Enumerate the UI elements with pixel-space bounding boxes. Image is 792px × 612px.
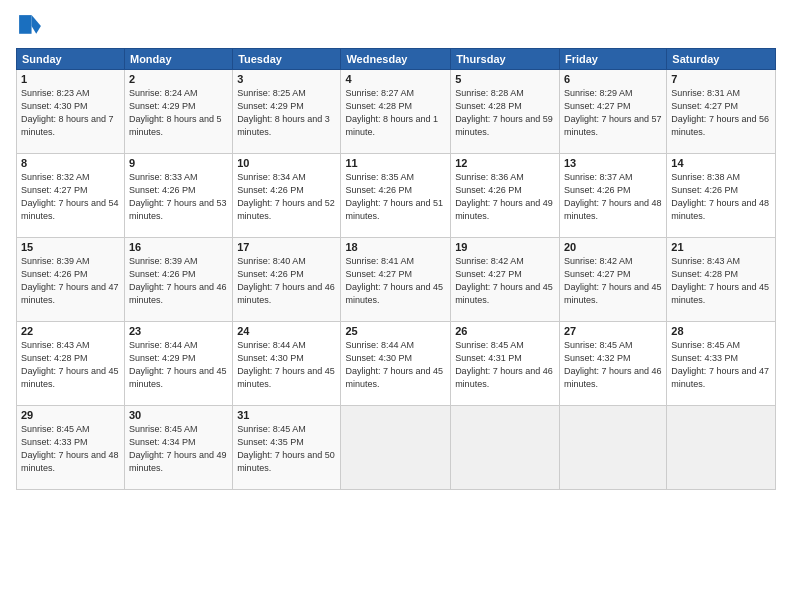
- calendar-cell: [667, 406, 776, 490]
- day-detail: Sunrise: 8:42 AMSunset: 4:27 PMDaylight:…: [455, 255, 555, 307]
- day-detail: Sunrise: 8:27 AMSunset: 4:28 PMDaylight:…: [345, 87, 446, 139]
- calendar-week-row: 29Sunrise: 8:45 AMSunset: 4:33 PMDayligh…: [17, 406, 776, 490]
- day-number: 28: [671, 325, 771, 337]
- calendar-cell: 16Sunrise: 8:39 AMSunset: 4:26 PMDayligh…: [124, 238, 232, 322]
- calendar-cell: 18Sunrise: 8:41 AMSunset: 4:27 PMDayligh…: [341, 238, 451, 322]
- calendar-cell: 30Sunrise: 8:45 AMSunset: 4:34 PMDayligh…: [124, 406, 232, 490]
- day-number: 14: [671, 157, 771, 169]
- calendar-header-saturday: Saturday: [667, 49, 776, 70]
- calendar-cell: 21Sunrise: 8:43 AMSunset: 4:28 PMDayligh…: [667, 238, 776, 322]
- day-number: 8: [21, 157, 120, 169]
- day-number: 17: [237, 241, 336, 253]
- day-detail: Sunrise: 8:45 AMSunset: 4:31 PMDaylight:…: [455, 339, 555, 391]
- calendar-cell: 4Sunrise: 8:27 AMSunset: 4:28 PMDaylight…: [341, 70, 451, 154]
- day-detail: Sunrise: 8:39 AMSunset: 4:26 PMDaylight:…: [129, 255, 228, 307]
- calendar-cell: 31Sunrise: 8:45 AMSunset: 4:35 PMDayligh…: [233, 406, 341, 490]
- calendar-cell: 6Sunrise: 8:29 AMSunset: 4:27 PMDaylight…: [559, 70, 666, 154]
- calendar-week-row: 8Sunrise: 8:32 AMSunset: 4:27 PMDaylight…: [17, 154, 776, 238]
- header: [16, 12, 776, 40]
- day-detail: Sunrise: 8:45 AMSunset: 4:32 PMDaylight:…: [564, 339, 662, 391]
- day-detail: Sunrise: 8:45 AMSunset: 4:33 PMDaylight:…: [671, 339, 771, 391]
- day-detail: Sunrise: 8:39 AMSunset: 4:26 PMDaylight:…: [21, 255, 120, 307]
- day-detail: Sunrise: 8:45 AMSunset: 4:33 PMDaylight:…: [21, 423, 120, 475]
- calendar-cell: 15Sunrise: 8:39 AMSunset: 4:26 PMDayligh…: [17, 238, 125, 322]
- day-detail: Sunrise: 8:23 AMSunset: 4:30 PMDaylight:…: [21, 87, 120, 139]
- day-detail: Sunrise: 8:44 AMSunset: 4:30 PMDaylight:…: [345, 339, 446, 391]
- page: SundayMondayTuesdayWednesdayThursdayFrid…: [0, 0, 792, 612]
- calendar-week-row: 1Sunrise: 8:23 AMSunset: 4:30 PMDaylight…: [17, 70, 776, 154]
- calendar-header-tuesday: Tuesday: [233, 49, 341, 70]
- calendar-cell: 8Sunrise: 8:32 AMSunset: 4:27 PMDaylight…: [17, 154, 125, 238]
- day-number: 23: [129, 325, 228, 337]
- calendar-cell: 13Sunrise: 8:37 AMSunset: 4:26 PMDayligh…: [559, 154, 666, 238]
- day-number: 16: [129, 241, 228, 253]
- day-number: 20: [564, 241, 662, 253]
- day-number: 27: [564, 325, 662, 337]
- calendar-cell: 29Sunrise: 8:45 AMSunset: 4:33 PMDayligh…: [17, 406, 125, 490]
- day-number: 26: [455, 325, 555, 337]
- day-number: 3: [237, 73, 336, 85]
- calendar-cell: [559, 406, 666, 490]
- day-detail: Sunrise: 8:45 AMSunset: 4:35 PMDaylight:…: [237, 423, 336, 475]
- day-number: 19: [455, 241, 555, 253]
- day-number: 29: [21, 409, 120, 421]
- calendar-cell: 9Sunrise: 8:33 AMSunset: 4:26 PMDaylight…: [124, 154, 232, 238]
- calendar-cell: 10Sunrise: 8:34 AMSunset: 4:26 PMDayligh…: [233, 154, 341, 238]
- day-number: 12: [455, 157, 555, 169]
- calendar-cell: 14Sunrise: 8:38 AMSunset: 4:26 PMDayligh…: [667, 154, 776, 238]
- svg-marker-0: [32, 15, 41, 26]
- calendar-cell: 23Sunrise: 8:44 AMSunset: 4:29 PMDayligh…: [124, 322, 232, 406]
- calendar-header-thursday: Thursday: [451, 49, 560, 70]
- day-detail: Sunrise: 8:28 AMSunset: 4:28 PMDaylight:…: [455, 87, 555, 139]
- calendar-cell: 19Sunrise: 8:42 AMSunset: 4:27 PMDayligh…: [451, 238, 560, 322]
- calendar-cell: 1Sunrise: 8:23 AMSunset: 4:30 PMDaylight…: [17, 70, 125, 154]
- day-number: 22: [21, 325, 120, 337]
- calendar-cell: 17Sunrise: 8:40 AMSunset: 4:26 PMDayligh…: [233, 238, 341, 322]
- day-detail: Sunrise: 8:36 AMSunset: 4:26 PMDaylight:…: [455, 171, 555, 223]
- day-detail: Sunrise: 8:38 AMSunset: 4:26 PMDaylight:…: [671, 171, 771, 223]
- day-number: 21: [671, 241, 771, 253]
- day-number: 5: [455, 73, 555, 85]
- calendar-week-row: 15Sunrise: 8:39 AMSunset: 4:26 PMDayligh…: [17, 238, 776, 322]
- day-detail: Sunrise: 8:43 AMSunset: 4:28 PMDaylight:…: [21, 339, 120, 391]
- day-number: 31: [237, 409, 336, 421]
- day-detail: Sunrise: 8:34 AMSunset: 4:26 PMDaylight:…: [237, 171, 336, 223]
- day-number: 4: [345, 73, 446, 85]
- day-detail: Sunrise: 8:25 AMSunset: 4:29 PMDaylight:…: [237, 87, 336, 139]
- calendar-cell: 22Sunrise: 8:43 AMSunset: 4:28 PMDayligh…: [17, 322, 125, 406]
- day-number: 24: [237, 325, 336, 337]
- day-number: 10: [237, 157, 336, 169]
- day-number: 25: [345, 325, 446, 337]
- calendar-cell: 12Sunrise: 8:36 AMSunset: 4:26 PMDayligh…: [451, 154, 560, 238]
- day-detail: Sunrise: 8:24 AMSunset: 4:29 PMDaylight:…: [129, 87, 228, 139]
- logo: [16, 12, 48, 40]
- day-detail: Sunrise: 8:37 AMSunset: 4:26 PMDaylight:…: [564, 171, 662, 223]
- day-detail: Sunrise: 8:32 AMSunset: 4:27 PMDaylight:…: [21, 171, 120, 223]
- day-detail: Sunrise: 8:42 AMSunset: 4:27 PMDaylight:…: [564, 255, 662, 307]
- day-detail: Sunrise: 8:45 AMSunset: 4:34 PMDaylight:…: [129, 423, 228, 475]
- logo-icon: [16, 12, 44, 40]
- calendar-header-friday: Friday: [559, 49, 666, 70]
- calendar-cell: 28Sunrise: 8:45 AMSunset: 4:33 PMDayligh…: [667, 322, 776, 406]
- day-number: 13: [564, 157, 662, 169]
- calendar-cell: 27Sunrise: 8:45 AMSunset: 4:32 PMDayligh…: [559, 322, 666, 406]
- calendar-cell: 3Sunrise: 8:25 AMSunset: 4:29 PMDaylight…: [233, 70, 341, 154]
- day-number: 15: [21, 241, 120, 253]
- svg-rect-2: [19, 15, 31, 26]
- calendar-body: 1Sunrise: 8:23 AMSunset: 4:30 PMDaylight…: [17, 70, 776, 490]
- day-number: 7: [671, 73, 771, 85]
- day-detail: Sunrise: 8:35 AMSunset: 4:26 PMDaylight:…: [345, 171, 446, 223]
- calendar-cell: 20Sunrise: 8:42 AMSunset: 4:27 PMDayligh…: [559, 238, 666, 322]
- day-detail: Sunrise: 8:44 AMSunset: 4:30 PMDaylight:…: [237, 339, 336, 391]
- calendar-cell: [451, 406, 560, 490]
- calendar-cell: 2Sunrise: 8:24 AMSunset: 4:29 PMDaylight…: [124, 70, 232, 154]
- day-number: 30: [129, 409, 228, 421]
- calendar-cell: [341, 406, 451, 490]
- day-number: 2: [129, 73, 228, 85]
- day-number: 6: [564, 73, 662, 85]
- day-number: 11: [345, 157, 446, 169]
- calendar-cell: 7Sunrise: 8:31 AMSunset: 4:27 PMDaylight…: [667, 70, 776, 154]
- calendar-table: SundayMondayTuesdayWednesdayThursdayFrid…: [16, 48, 776, 490]
- calendar-cell: 26Sunrise: 8:45 AMSunset: 4:31 PMDayligh…: [451, 322, 560, 406]
- day-number: 9: [129, 157, 228, 169]
